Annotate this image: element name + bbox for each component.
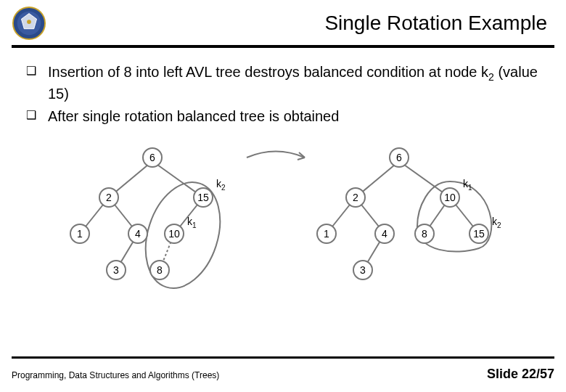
slide-content: Insertion of 8 into left AVL tree destro… bbox=[0, 48, 566, 299]
slide-footer: Programming, Data Structures and Algorit… bbox=[12, 367, 554, 382]
k2-label: k2 bbox=[492, 216, 501, 229]
svg-text:4: 4 bbox=[382, 228, 387, 240]
svg-text:2: 2 bbox=[106, 192, 112, 203]
institution-logo bbox=[12, 6, 46, 41]
bullet-item: After single rotation balanced tree is o… bbox=[22, 107, 544, 126]
svg-text:15: 15 bbox=[473, 228, 485, 240]
svg-text:10: 10 bbox=[444, 192, 456, 203]
svg-text:6: 6 bbox=[149, 152, 155, 163]
svg-text:2: 2 bbox=[353, 192, 358, 203]
k2-label: k2 bbox=[216, 178, 226, 192]
k1-label: k1 bbox=[463, 178, 472, 192]
tree-node: 3 bbox=[353, 261, 372, 279]
tree-node: 10 bbox=[440, 188, 459, 207]
tree-node: 4 bbox=[375, 224, 394, 243]
svg-text:1: 1 bbox=[324, 228, 329, 240]
tree-node: 2 bbox=[99, 188, 118, 207]
subscript: 2 bbox=[488, 71, 494, 83]
svg-point-2 bbox=[27, 20, 31, 24]
svg-text:1: 1 bbox=[77, 228, 83, 240]
tree-node: 6 bbox=[390, 148, 409, 167]
tree-node: 1 bbox=[70, 224, 89, 243]
tree-node: 4 bbox=[128, 224, 147, 243]
svg-text:6: 6 bbox=[396, 152, 402, 163]
slide-header: Single Rotation Example bbox=[0, 0, 566, 45]
bullet-text: After single rotation balanced tree is o… bbox=[48, 108, 339, 124]
footer-rule bbox=[12, 356, 554, 359]
bullet-item: Insertion of 8 into left AVL tree destro… bbox=[22, 62, 544, 104]
k1-label: k1 bbox=[187, 216, 197, 229]
tree-node: 3 bbox=[107, 261, 126, 279]
tree-node: 1 bbox=[317, 224, 336, 243]
tree-node: 2 bbox=[346, 188, 365, 207]
svg-text:8: 8 bbox=[422, 228, 427, 240]
slide-title: Single Rotation Example bbox=[46, 12, 554, 35]
svg-text:8: 8 bbox=[157, 264, 163, 276]
tree-node: 8 bbox=[150, 261, 169, 279]
tree-node: 10 bbox=[165, 224, 184, 243]
slide-number: Slide 22/57 bbox=[487, 367, 554, 382]
svg-text:3: 3 bbox=[360, 264, 366, 276]
svg-text:15: 15 bbox=[197, 192, 209, 203]
footer-left-text: Programming, Data Structures and Algorit… bbox=[12, 370, 219, 380]
bullet-text: Insertion of 8 into left AVL tree destro… bbox=[48, 64, 488, 80]
svg-text:10: 10 bbox=[168, 228, 180, 240]
tree-node: 6 bbox=[143, 148, 162, 167]
svg-text:3: 3 bbox=[113, 264, 119, 276]
tree-node: 8 bbox=[415, 224, 434, 243]
tree-node: 15 bbox=[194, 188, 213, 207]
tree-node: 15 bbox=[469, 224, 488, 243]
svg-text:4: 4 bbox=[135, 228, 141, 240]
tree-diagram: 6 2 15 1 4 10 3 8 k2 k1 bbox=[58, 139, 508, 299]
rotation-arrow bbox=[247, 151, 305, 158]
bullet-list: Insertion of 8 into left AVL tree destro… bbox=[22, 62, 544, 126]
